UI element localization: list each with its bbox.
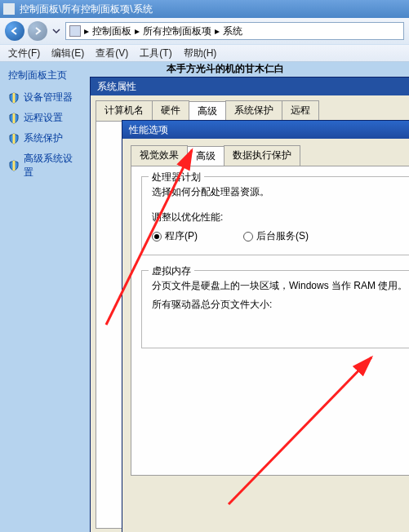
window-title: 控制面板\所有控制面板项\系统 [20, 2, 153, 16]
tab-dep[interactable]: 数据执行保护 [224, 145, 300, 166]
menu-file[interactable]: 文件(F) [8, 47, 40, 60]
sidebar-item-advanced[interactable]: 高级系统设置 [8, 152, 82, 180]
shield-icon [8, 113, 20, 124]
sidebar-item-label: 设备管理器 [24, 91, 73, 104]
sidebar: 控制面板主页 设备管理器 远程设置 系统保护 高级系统设置 [0, 62, 90, 532]
history-dropdown[interactable] [51, 24, 62, 38]
sidebar-item-label: 远程设置 [24, 111, 63, 125]
sidebar-item-label: 系统保护 [24, 131, 63, 145]
dialog-performance-options: 性能选项 视觉效果 高级 数据执行保护 处理器计划 选择如何分配处理器资源。 调… [122, 120, 409, 532]
window-icon [3, 3, 15, 15]
radio-icon [152, 232, 162, 242]
nav-bar: ▸ 控制面板 ▸ 所有控制面板项 ▸ 系统 [0, 18, 409, 44]
shield-icon [8, 133, 20, 144]
dialog2-tabs: 视觉效果 高级 数据执行保护 [131, 145, 409, 166]
vm-desc: 分页文件是硬盘上的一块区域，Windows 当作 RAM 使用。 [152, 279, 409, 293]
crumb[interactable]: 系统 [223, 24, 242, 38]
tab-advanced2[interactable]: 高级 [187, 146, 225, 166]
sidebar-item-label: 高级系统设置 [24, 152, 82, 180]
dialog2-pane: 处理器计划 选择如何分配处理器资源。 调整以优化性能: 程序(P) 后台服务(S… [131, 166, 409, 476]
shield-icon [8, 160, 20, 171]
menu-view[interactable]: 查看(V) [96, 47, 128, 60]
shield-icon [8, 92, 20, 104]
sched-desc: 选择如何分配处理器资源。 [152, 185, 409, 199]
radio-label: 后台服务(S) [256, 229, 309, 243]
radio-label: 程序(P) [165, 229, 198, 243]
dialog-system-properties: 系统属性 计算机名 硬件 高级 系统保护 远程 性能选项 视觉效果 [90, 77, 409, 532]
sidebar-item-remote[interactable]: 远程设置 [8, 111, 82, 125]
sidebar-item-device-manager[interactable]: 设备管理器 [8, 91, 82, 104]
arrow-left-icon [10, 26, 20, 36]
address-bar[interactable]: ▸ 控制面板 ▸ 所有控制面板项 ▸ 系统 [65, 22, 404, 40]
crumb[interactable]: 控制面板 [92, 24, 131, 38]
page-heading-cut: 本手方光斗的机的甘木仁白 [167, 62, 284, 76]
folder-icon [69, 25, 81, 37]
chevron-down-icon [52, 27, 60, 35]
dialog1-title: 系统属性 [97, 80, 136, 94]
dialog2-titlebar[interactable]: 性能选项 [122, 121, 409, 139]
sidebar-heading[interactable]: 控制面板主页 [8, 69, 82, 82]
tab-remote[interactable]: 远程 [282, 100, 319, 121]
sidebar-item-protection[interactable]: 系统保护 [8, 131, 82, 145]
group-processor-scheduling: 处理器计划 选择如何分配处理器资源。 调整以优化性能: 程序(P) 后台服务(S… [141, 176, 409, 255]
tab-advanced[interactable]: 高级 [189, 101, 226, 122]
tab-protection[interactable]: 系统保护 [225, 100, 282, 121]
group-legend: 处理器计划 [149, 171, 204, 184]
radio-background[interactable]: 后台服务(S) [243, 229, 309, 243]
radio-icon [243, 232, 253, 242]
tab-visual-effects[interactable]: 视觉效果 [131, 145, 188, 166]
crumb[interactable]: 所有控制面板项 [143, 24, 211, 38]
group-legend: 虚拟内存 [149, 264, 194, 278]
dialog1-tabs: 计算机名 硬件 高级 系统保护 远程 [96, 100, 409, 121]
menu-tools[interactable]: 工具(T) [140, 47, 171, 60]
arrow-right-icon [33, 26, 42, 36]
menu-bar: 文件(F) 编辑(E) 查看(V) 工具(T) 帮助(H) [0, 44, 409, 62]
group-virtual-memory: 虚拟内存 分页文件是硬盘上的一块区域，Windows 当作 RAM 使用。 所有… [141, 270, 409, 348]
menu-help[interactable]: 帮助(H) [184, 47, 217, 60]
forward-button[interactable] [28, 21, 47, 41]
dialog2-title: 性能选项 [129, 123, 168, 137]
radio-programs[interactable]: 程序(P) [152, 229, 198, 243]
back-button[interactable] [5, 21, 24, 41]
tab-hardware[interactable]: 硬件 [152, 100, 189, 121]
dialog1-titlebar: 系统属性 [91, 78, 409, 95]
vm-total-label: 所有驱动器总分页文件大小: [152, 298, 272, 312]
menu-edit[interactable]: 编辑(E) [51, 47, 84, 60]
adjust-label: 调整以优化性能: [152, 211, 409, 224]
tab-computer-name[interactable]: 计算机名 [96, 100, 153, 121]
window-titlebar: 控制面板\所有控制面板项\系统 [0, 0, 409, 18]
